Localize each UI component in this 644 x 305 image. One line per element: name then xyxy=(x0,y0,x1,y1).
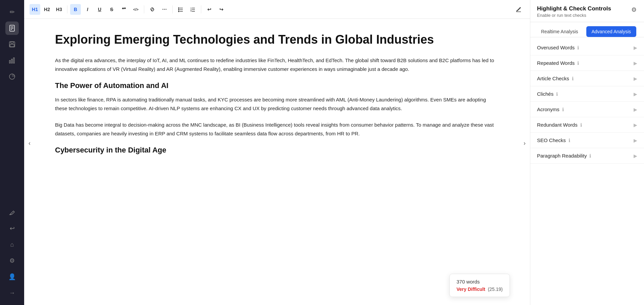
panel-header: Highlight & Check Controls Enable or run… xyxy=(530,0,644,22)
svg-point-12 xyxy=(178,7,179,8)
overused-info-icon: ℹ xyxy=(577,45,579,50)
word-count-popup: 370 words Very Difficult (25.19) xyxy=(449,274,510,297)
check-item-repeated-label: Repeated Words ℹ xyxy=(537,60,579,66)
svg-point-14 xyxy=(178,9,179,10)
document-title: Exploring Emerging Technologies and Tren… xyxy=(55,32,499,47)
redundant-arrow-icon: ▶ xyxy=(634,122,637,128)
paragraph-2: In sectors like finance, RPA is automati… xyxy=(55,95,499,113)
readability-info-icon: ℹ xyxy=(589,153,591,159)
panel-title: Highlight & Check Controls xyxy=(537,5,611,12)
word-count-difficulty: Very Difficult (25.19) xyxy=(457,287,503,292)
strikethrough-button[interactable]: S xyxy=(106,4,117,15)
paragraph-1: As the digital era advances, the interpl… xyxy=(55,56,499,73)
toolbar: H1 H2 H3 B I U S ❝❞ </> ⋯ xyxy=(24,0,530,19)
sidebar-pen-icon[interactable]: ✏ xyxy=(5,5,19,19)
sidebar-pie-icon[interactable] xyxy=(5,70,19,83)
sidebar-home-icon[interactable]: ⌂ xyxy=(5,238,19,251)
bullet-list-button[interactable] xyxy=(175,4,186,15)
difficulty-score: (25.19) xyxy=(488,287,502,292)
edit-mode-button[interactable] xyxy=(513,3,525,15)
underline-button[interactable]: U xyxy=(94,4,105,15)
check-item-seo-checks[interactable]: SEO Checks ℹ ▶ xyxy=(530,133,644,148)
nav-left-arrow[interactable]: ‹ xyxy=(24,19,35,305)
svg-rect-5 xyxy=(11,42,13,43)
difficulty-label: Very Difficult xyxy=(457,287,485,292)
check-item-overused-words[interactable]: Overused Words ℹ ▶ xyxy=(530,40,644,55)
word-count-label: 370 words xyxy=(457,279,503,285)
svg-text:3: 3 xyxy=(191,10,192,12)
check-item-paragraph-readability[interactable]: Paragraph Readability ℹ ▶ xyxy=(530,148,644,164)
link-button[interactable] xyxy=(147,4,158,15)
article-info-icon: ℹ xyxy=(572,76,574,81)
sidebar-highlight-icon[interactable] xyxy=(5,206,19,219)
check-item-readability-label: Paragraph Readability ℹ xyxy=(537,153,591,159)
editor-container: ‹ Exploring Emerging Technologies and Tr… xyxy=(24,19,530,305)
h3-button[interactable]: H3 xyxy=(54,4,64,15)
more-button[interactable]: ⋯ xyxy=(159,4,170,15)
bold-button[interactable]: B xyxy=(70,4,81,15)
paragraph-3: Big Data has become integral to decision… xyxy=(55,121,499,138)
svg-rect-6 xyxy=(10,44,14,47)
sidebar: ✏ ↩ ⌂ ⚙ xyxy=(0,0,24,305)
undo-toolbar-button[interactable]: ↩ xyxy=(204,4,215,15)
panel-settings-icon[interactable]: ⚙ xyxy=(631,5,637,14)
code-button[interactable]: </> xyxy=(130,4,141,15)
check-item-cliches[interactable]: Clichés ℹ ▶ xyxy=(530,86,644,102)
readability-arrow-icon: ▶ xyxy=(634,153,637,159)
seo-info-icon: ℹ xyxy=(569,138,570,143)
repeated-arrow-icon: ▶ xyxy=(634,60,637,66)
cliches-info-icon: ℹ xyxy=(556,91,558,97)
redo-toolbar-button[interactable]: ↪ xyxy=(216,4,227,15)
check-item-cliches-label: Clichés ℹ xyxy=(537,91,558,97)
tab-advanced-analysis[interactable]: Advanced Analysis xyxy=(586,26,637,37)
article-arrow-icon: ▶ xyxy=(634,76,637,81)
main-area: H1 H2 H3 B I U S ❝❞ </> ⋯ xyxy=(24,0,530,305)
check-item-redundant-words[interactable]: Redundant Words ℹ ▶ xyxy=(530,117,644,133)
check-item-acronyms[interactable]: Acronyms ℹ ▶ xyxy=(530,102,644,117)
acronyms-info-icon: ℹ xyxy=(562,107,564,112)
divider-2 xyxy=(144,5,144,13)
sidebar-settings-icon[interactable]: ⚙ xyxy=(5,254,19,267)
divider-3 xyxy=(172,5,173,13)
sidebar-arrow-icon[interactable]: → xyxy=(5,286,19,300)
svg-rect-7 xyxy=(9,60,10,63)
sidebar-undo-icon[interactable]: ↩ xyxy=(5,222,19,235)
check-item-acronyms-label: Acronyms ℹ xyxy=(537,106,564,112)
check-item-repeated-words[interactable]: Repeated Words ℹ ▶ xyxy=(530,55,644,71)
overused-arrow-icon: ▶ xyxy=(634,45,637,50)
seo-arrow-icon: ▶ xyxy=(634,138,637,143)
sidebar-chart-icon[interactable] xyxy=(5,54,19,67)
right-panel: Highlight & Check Controls Enable or run… xyxy=(530,0,644,305)
svg-rect-9 xyxy=(13,58,14,63)
panel-tabs: Realtime Analysis Advanced Analysis xyxy=(530,22,644,37)
sidebar-save-icon[interactable] xyxy=(5,38,19,51)
check-item-seo-label: SEO Checks ℹ xyxy=(537,137,570,143)
check-item-redundant-label: Redundant Words ℹ xyxy=(537,122,582,128)
sidebar-document-icon[interactable] xyxy=(5,21,19,35)
check-item-overused-label: Overused Words ℹ xyxy=(537,45,579,50)
cliches-arrow-icon: ▶ xyxy=(634,91,637,97)
repeated-info-icon: ℹ xyxy=(577,60,579,66)
divider-4 xyxy=(201,5,201,13)
heading-automation: The Power of Automation and AI xyxy=(55,81,499,90)
italic-button[interactable]: I xyxy=(82,4,93,15)
acronyms-arrow-icon: ▶ xyxy=(634,107,637,112)
panel-check-items: Overused Words ℹ ▶ Repeated Words ℹ ▶ Ar… xyxy=(530,37,644,305)
nav-right-arrow[interactable]: › xyxy=(519,19,530,305)
sidebar-user-icon[interactable]: 👤 xyxy=(5,270,19,284)
numbered-list-button[interactable]: 1 2 3 xyxy=(187,4,198,15)
check-item-article-checks[interactable]: Article Checks ℹ ▶ xyxy=(530,71,644,86)
h2-button[interactable]: H2 xyxy=(42,4,52,15)
tab-realtime-analysis[interactable]: Realtime Analysis xyxy=(536,26,584,37)
h1-button[interactable]: H1 xyxy=(30,4,40,15)
panel-subtitle: Enable or run text checks xyxy=(537,13,611,18)
check-item-article-label: Article Checks ℹ xyxy=(537,76,574,81)
svg-rect-8 xyxy=(11,59,12,63)
heading-cybersecurity: Cybersecurity in the Digital Age xyxy=(55,146,499,155)
redundant-info-icon: ℹ xyxy=(580,122,582,128)
quote-button[interactable]: ❝❞ xyxy=(118,4,129,15)
divider-1 xyxy=(67,5,67,13)
svg-point-16 xyxy=(178,11,179,11)
editor-content[interactable]: Exploring Emerging Technologies and Tren… xyxy=(35,19,519,305)
